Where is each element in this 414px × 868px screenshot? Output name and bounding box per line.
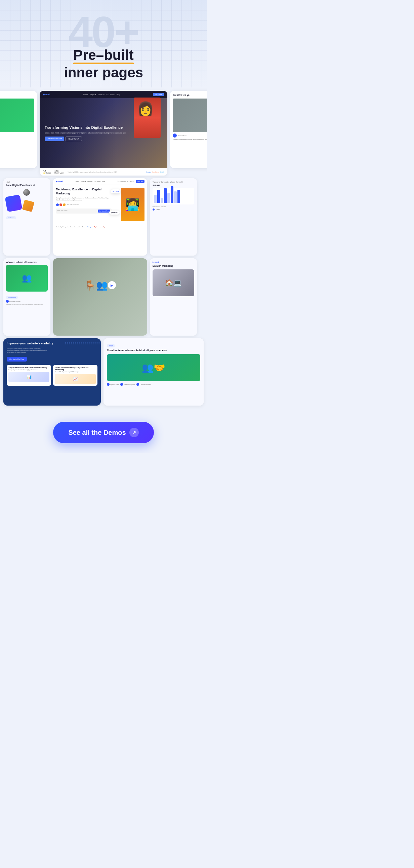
footer-stats-main: 4.9 ⭐ Ratings 10k+ Happy Users Trusted b… — [40, 168, 167, 176]
feat-icon-2 — [120, 383, 123, 386]
demo-card-shapes: ...ital hone Digital Excellence at For D… — [3, 178, 50, 256]
team-feat-skills: Extraordinary skills — [120, 383, 135, 386]
demo-row-2: ...ital hone Digital Excellence at For D… — [3, 178, 204, 256]
mkt-body: Redefining Excellence in Digital Marketi… — [53, 185, 147, 224]
data-driven-logo: next — [152, 261, 194, 263]
team-header-left: who are behind all success — [6, 261, 48, 263]
video-thumbnail[interactable]: 🪑👥 ▶ — [53, 265, 147, 305]
bar-chart — [152, 188, 194, 205]
mkt-search: Enter your email... Get started Free — [56, 209, 111, 214]
peek-sub-1: Business comprehensive reports detailing… — [0, 138, 34, 140]
sub-card-ppc-sub: Maximize ROI with precision-targeted PPC… — [55, 371, 96, 373]
bar-2 — [157, 190, 160, 203]
chart-value: $12,690 — [152, 184, 194, 186]
data-driven-title: Data dri marketing — [152, 264, 194, 267]
mkt-nav-right: 📞 Call us: (0412) 918 9745 Let's Talk — [117, 180, 144, 183]
peek-sub-r1: Business comprehensive reports detailing… — [173, 138, 207, 141]
demo-card-team-left: who are behind all success 👥 Ordinary sk… — [3, 258, 50, 336]
team-image-left: 👥 — [6, 265, 48, 291]
for-demos-tag: For Demos — [6, 214, 48, 220]
chart-details: Performance overview Digital — [152, 206, 194, 211]
nav-bar-mkt: next Home Pages ▾ Services Our Works Blo… — [53, 178, 147, 185]
mkt-logo: next — [56, 180, 63, 183]
partial-title-right-1: Creative tea yo — [173, 93, 207, 96]
bar-3 — [161, 198, 163, 203]
hero-body-main: Transforming Visions into Digital Excell… — [40, 98, 167, 168]
sub-card-social: Amplify Your Reach with Social Media Mar… — [7, 365, 51, 386]
demo-card-team-right[interactable]: Team Creative team who are behind all yo… — [104, 338, 204, 406]
demo-card-seo[interactable]: Improve your website's visibility Boost … — [3, 338, 101, 406]
peek-feature-label-r1: Dynamic Team — [178, 135, 186, 136]
badge-amount1: $25,215 — [111, 189, 120, 193]
sub-card-social-img: 📊 — [8, 372, 49, 382]
bar-1 — [154, 195, 157, 203]
mkt-nav-links: Home Pages ▾ Services Our Works Blog — [76, 181, 105, 182]
bar-5 — [167, 193, 170, 203]
mkt-cta-btn[interactable]: Let's Talk — [136, 180, 144, 183]
seo-content: Improve your website's visibility Boost … — [3, 338, 101, 406]
stat2-label: Happy Users — [55, 172, 64, 174]
play-button[interactable]: ▶ — [108, 281, 116, 289]
bar-8 — [177, 190, 180, 203]
mkt-search-btn[interactable]: Get started Free — [98, 210, 110, 213]
seo-cta-btn[interactable]: Get started for Free — [7, 357, 27, 362]
cta-arrow-icon: ↗ — [129, 428, 139, 437]
avatar1 — [56, 203, 59, 207]
stat1-label: ⭐ Ratings — [43, 172, 51, 174]
team2-content: Team Creative team who are behind all yo… — [104, 338, 204, 406]
hero-section: 40+ Pre–built inner pages — [0, 0, 207, 87]
mkt-trusted: Trusted by Companies all over the world … — [53, 224, 147, 229]
hero-btn-primary[interactable]: Get Started for Free — [45, 136, 64, 141]
nav-logo-main: ▶ next — [43, 93, 50, 96]
mkt-headline: Redefining Excellence in Digital Marketi… — [56, 188, 111, 195]
stat-trusted: Trusted by 10,000+ customers and well wo… — [68, 171, 143, 173]
hero-btn-outline[interactable]: How it Works? — [66, 136, 82, 141]
stat-logos: Google GoodFirms Clutch — [146, 171, 164, 173]
video-scene: 🪑👥 — [84, 280, 108, 291]
demo-card-partial-left-1: hind all 👥 Customer focused Business com… — [0, 91, 37, 168]
sub-card-ppc-img: 📈 — [55, 374, 96, 384]
demo-card-main[interactable]: ▶ next Home Pages ▾ Services Our Works B… — [40, 91, 167, 176]
hero-sub-main: Choose from 9,000+ digital marketing age… — [45, 132, 126, 134]
cta-section: See all the Demos ↗ — [0, 415, 207, 453]
mkt-avatars: Join with thousands — [56, 203, 111, 207]
blue-cube-shape — [5, 194, 22, 212]
demo-card-video[interactable]: ✉ contact@Nextflow.com next Home Pages ▾… — [53, 258, 147, 336]
seo-sub: Boost your online visibility and reach a… — [7, 348, 47, 353]
demo-card-marketing[interactable]: next Home Pages ▾ Services Our Works Blo… — [53, 178, 147, 256]
avatar2 — [59, 203, 63, 207]
mkt-right: $25,215 👩‍💻 $3604.80 — [114, 188, 144, 221]
card-title-digital: hone Digital Excellence at — [6, 184, 48, 186]
demos-section: hind all 👥 Customer focused Business com… — [0, 87, 207, 415]
partial-title-1: hind all — [0, 93, 34, 96]
avatar3 — [63, 203, 66, 207]
seo-sub-cards: Amplify Your Reach with Social Media Mar… — [7, 365, 98, 386]
demo-row-3: who are behind all success 👥 Ordinary sk… — [3, 258, 204, 336]
team-feat-customer: Customer focused — [136, 383, 150, 386]
world-map — [65, 342, 101, 344]
trusted-label: Trusted by Companies all over the world — [152, 181, 194, 183]
hero-prebuilt: Pre–built — [73, 47, 134, 63]
demo-card-chart: Trusted by Companies all over the world … — [150, 178, 197, 256]
team-feat-dynamic: Dynamic Team — [107, 383, 119, 386]
team2-features: Dynamic Team Extraordinary skills Custom… — [107, 383, 200, 386]
shapes-right — [23, 189, 33, 211]
sub-card-social-title: Amplify Your Reach with Social Media Mar… — [8, 367, 49, 369]
shapes-container — [6, 189, 48, 211]
hero-person — [134, 97, 161, 138]
mkt-left: Redefining Excellence in Digital Marketi… — [56, 188, 111, 221]
see-all-demos-button[interactable]: See all the Demos ↗ — [53, 422, 153, 443]
team2-tag: Team — [107, 344, 115, 347]
avatar-count: Join with thousands — [67, 204, 79, 206]
demo-row-1: hind all 👥 Customer focused Business com… — [3, 91, 204, 176]
nav-cta-main[interactable]: Let's Talk — [153, 93, 164, 96]
team-features-left: Ordinary skills Customer focused Busines… — [6, 293, 48, 305]
hero-btns-main: Get Started for Free How it Works? — [45, 136, 126, 141]
demo-card-partial-right-1: Creative tea yo 👨‍💼👩‍💼 Dynamic Team Busi… — [170, 91, 207, 168]
team2-image: 👥🤝 — [107, 354, 200, 381]
mkt-sub: Driving Conversions in the Digital Lands… — [56, 197, 111, 201]
hero-headline-main: Transforming Visions into Digital Excell… — [45, 125, 126, 130]
sub-card-ppc: Drive Conversions through Pay–Per–Click … — [53, 365, 98, 386]
nav-bar-main: ▶ next Home Pages ▾ Services Our Works B… — [40, 91, 167, 98]
bar-6 — [171, 186, 173, 203]
